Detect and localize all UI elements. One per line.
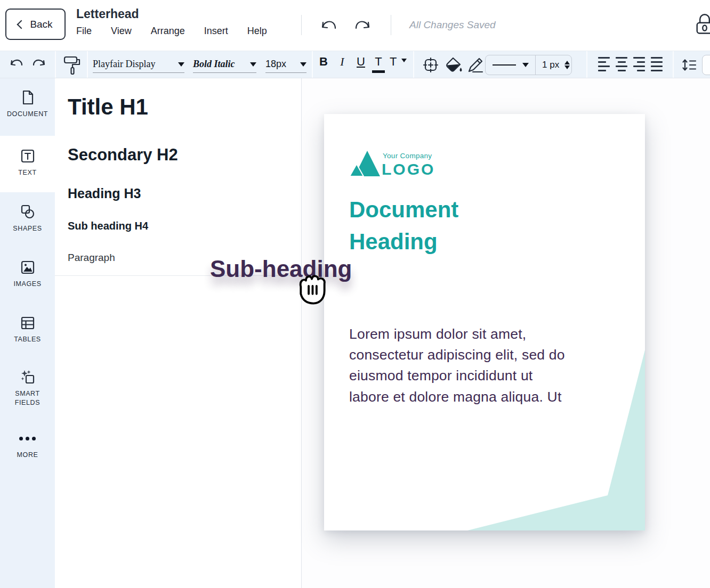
canvas[interactable]: Your Company LOGO Document Heading Lorem…: [302, 78, 710, 588]
undo-icon[interactable]: [318, 16, 338, 34]
toolbar-divider: [55, 51, 56, 78]
sidebar-item-document[interactable]: DOCUMENT: [0, 89, 55, 119]
menu-view[interactable]: View: [111, 26, 132, 37]
sidebar: DOCUMENT TEXT SHAPES IMAGES: [0, 78, 55, 588]
body-line: labore et dolore magna aliqua. Ut: [349, 387, 605, 407]
body-line: Lorem ipsum dolor sit amet,: [349, 324, 605, 345]
undo-icon[interactable]: [9, 55, 25, 70]
text-options-label: T: [390, 55, 397, 68]
toolbar-divider: [673, 51, 674, 78]
menu-help[interactable]: Help: [247, 26, 267, 37]
header: Back Letterhead File View Arrange Insert…: [0, 0, 710, 51]
chevron-down-icon: [178, 62, 184, 67]
toolbar-divider: [87, 51, 88, 78]
sidebar-item-label: SHAPES: [10, 224, 45, 233]
document-heading-text[interactable]: Document Heading: [349, 194, 525, 258]
stroke-width-stepper[interactable]: [564, 61, 570, 69]
sidebar-item-images[interactable]: IMAGES: [0, 259, 55, 289]
style-paragraph[interactable]: Paragraph: [68, 252, 115, 264]
sidebar-item-label: IMAGES: [10, 280, 44, 289]
document-icon: [20, 89, 36, 105]
font-size-value: 18px: [265, 59, 286, 70]
toolbar-edge-control[interactable]: [702, 55, 710, 75]
bold-button[interactable]: B: [316, 55, 331, 69]
more-icon: [19, 430, 36, 446]
font-style-value: Bold Italic: [193, 59, 235, 70]
style-secondary-h2[interactable]: Secondary H2: [68, 145, 178, 165]
logo-text: LOGO: [382, 160, 435, 178]
redo-icon[interactable]: [353, 16, 373, 34]
stroke-width-value[interactable]: 1 px: [542, 60, 559, 70]
line-spacing-icon[interactable]: [681, 57, 697, 73]
mountain-logo-icon: [349, 151, 382, 177]
smart-fields-icon: [20, 369, 36, 385]
lock-icon[interactable]: [694, 13, 710, 36]
underline-button[interactable]: U: [353, 55, 368, 69]
body-line: consectetur adipiscing elit, sed do: [349, 345, 605, 365]
font-family-select[interactable]: Playfair Display: [93, 56, 184, 73]
text-color-label: T: [375, 55, 382, 68]
document-title: Letterhead: [76, 7, 139, 21]
save-status: All Changes Saved: [409, 19, 496, 31]
font-family-value: Playfair Display: [93, 59, 155, 70]
chevron-down-icon[interactable]: [522, 63, 529, 67]
sidebar-item-shapes[interactable]: SHAPES: [0, 204, 55, 233]
sidebar-item-more[interactable]: MORE: [0, 430, 55, 460]
text-color-swatch: [372, 70, 385, 73]
text-color-button[interactable]: T: [371, 55, 386, 73]
menubar: File View Arrange Insert Help: [76, 26, 267, 37]
redo-icon[interactable]: [31, 55, 47, 70]
transform-icon[interactable]: [422, 56, 439, 74]
fill-color-icon[interactable]: [444, 56, 462, 74]
italic-button[interactable]: I: [335, 55, 350, 69]
shapes-icon: [20, 204, 36, 220]
paint-roller-icon[interactable]: [62, 54, 82, 76]
font-size-select[interactable]: 18px: [265, 56, 306, 73]
pencil-icon[interactable]: [466, 56, 484, 74]
tables-icon: [20, 315, 36, 331]
align-center-button[interactable]: [616, 57, 627, 71]
text-styles-panel: Title H1 Secondary H2 Heading H3 Sub hea…: [55, 78, 301, 588]
toolbar-divider: [413, 51, 414, 78]
text-options-button[interactable]: T: [388, 55, 408, 69]
document-page[interactable]: Your Company LOGO Document Heading Lorem…: [324, 114, 645, 530]
chevron-down-icon: [250, 62, 256, 67]
style-title-h1[interactable]: Title H1: [68, 94, 148, 120]
stroke-separator: [535, 55, 536, 75]
sidebar-item-label: DOCUMENT: [4, 110, 51, 119]
company-logo[interactable]: Your Company LOGO: [349, 149, 488, 179]
sidebar-item-label: MORE: [14, 451, 42, 460]
dragged-subheading-text[interactable]: Sub-heading: [210, 256, 352, 282]
back-label: Back: [30, 19, 52, 30]
images-icon: [20, 259, 36, 275]
back-button[interactable]: Back: [5, 9, 66, 40]
sidebar-item-label: SMART FIELDS: [0, 389, 55, 407]
body-line: eiusmod tempor incididunt ut: [349, 365, 605, 386]
header-divider: [391, 15, 391, 35]
align-right-button[interactable]: [633, 57, 645, 71]
align-left-button[interactable]: [598, 57, 610, 71]
sidebar-item-text[interactable]: TEXT: [0, 148, 55, 177]
style-sub-heading-h4[interactable]: Sub heading H4: [68, 220, 148, 232]
menu-arrange[interactable]: Arrange: [151, 26, 185, 37]
toolbar-divider: [312, 51, 313, 78]
toolbar-divider: [586, 51, 587, 78]
line-style-sample[interactable]: [493, 64, 516, 66]
style-heading-h3[interactable]: Heading H3: [68, 186, 141, 201]
sidebar-item-smart-fields[interactable]: SMART FIELDS: [0, 369, 55, 407]
logo-company-text: Your Company: [383, 152, 432, 160]
text-icon: [20, 148, 36, 164]
menu-insert[interactable]: Insert: [204, 26, 228, 37]
align-justify-button[interactable]: [651, 57, 663, 71]
chevron-left-icon: [17, 20, 26, 29]
chevron-down-icon: [300, 62, 306, 67]
toolbar: Playfair Display Bold Italic 18px B I U …: [0, 51, 710, 78]
sidebar-item-label: TABLES: [11, 335, 44, 344]
menu-file[interactable]: File: [76, 26, 92, 37]
document-body-text[interactable]: Lorem ipsum dolor sit amet, consectetur …: [349, 324, 605, 407]
sidebar-item-tables[interactable]: TABLES: [0, 315, 55, 344]
font-style-select[interactable]: Bold Italic: [193, 56, 256, 73]
header-divider: [301, 15, 302, 35]
sidebar-item-label: TEXT: [15, 168, 39, 177]
stroke-control: 1 px: [485, 55, 572, 75]
